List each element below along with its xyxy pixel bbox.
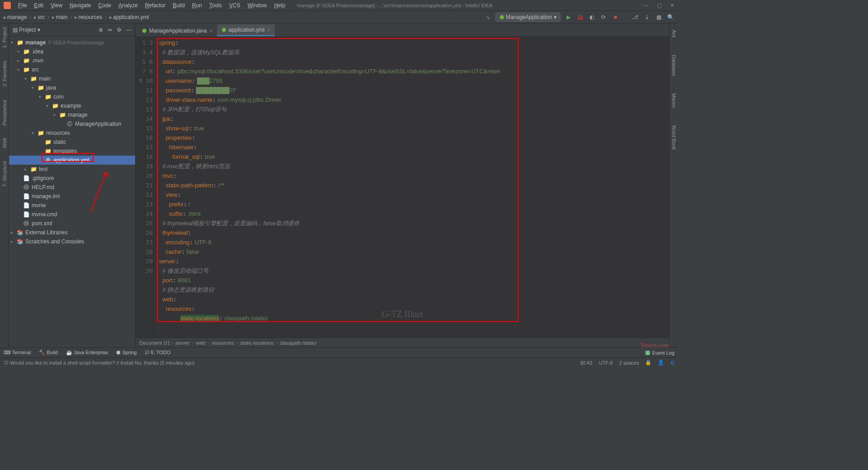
breadcrumb-item[interactable]: ▸src [34,14,45,20]
close-icon[interactable]: × [209,28,212,33]
tree-item-helpmd[interactable]: ⓂHELP.md [9,183,135,192]
git-icon[interactable]: ⎇ [631,13,639,21]
tree-item-test[interactable]: ▸📁test [9,165,135,174]
bottom-tool-build[interactable]: 🔨 Build [39,350,58,356]
tree-item-mvnw[interactable]: 📄mvnw [9,201,135,210]
tool-web[interactable]: Web [2,136,7,150]
notification-icon[interactable]: 🗨 [4,360,9,366]
tree-item-example[interactable]: ▾📁example [9,101,135,110]
tree-scratches[interactable]: ▸📚Scratches and Consoles [9,237,135,246]
tree-item-resources[interactable]: ▾📁resources [9,128,135,138]
tab-applicationyml[interactable]: ⬢application.yml × [217,24,275,36]
hide-icon[interactable]: — [126,27,132,33]
tree-root[interactable]: ▾📁manageF:\IDEA Projects\manage [9,38,135,47]
project-tree[interactable]: ▾📁manageF:\IDEA Projects\manage▾📁.idea▸📁… [9,36,135,347]
tree-item-java[interactable]: ▾📁java [9,83,135,92]
maximize-icon[interactable]: ▢ [657,2,662,9]
search-icon[interactable]: 🔍 [666,13,675,21]
profile-icon[interactable]: ⟳ [599,13,608,21]
tree-item-manage[interactable]: ▾📁manage [9,110,135,119]
right-tool-stripe[interactable]: AntDatabaseMavenWord Book [669,24,678,347]
close-icon[interactable]: × [267,27,270,33]
settings-icon[interactable]: ▦ [655,13,663,21]
tool-maven[interactable]: Maven [671,91,677,110]
tree-item-templates[interactable]: 📁templates [9,147,135,156]
stop-icon[interactable]: ■ [611,13,619,21]
bottom-tool-javaenterprise[interactable]: ☕ Java Enterprise [66,350,108,356]
tree-extLib[interactable]: ▸📚External Libraries [9,228,135,237]
menu-code[interactable]: Code [95,1,114,9]
minimize-icon[interactable]: — [643,2,649,9]
bottom-toolbar[interactable]: ⌨ Terminal🔨 Build☕ Java Enterprise⬢ Spri… [0,347,678,357]
window-controls[interactable]: — ▢ ✕ [643,2,675,9]
tree-item-mvnwcmd[interactable]: 📄mvnw.cmd [9,210,135,219]
tree-item-gitignore[interactable]: 📄.gitignore [9,174,135,183]
tree-item-pomxml[interactable]: Ⓜpom.xml [9,219,135,228]
tree-item-src[interactable]: ▾📁src [9,65,135,74]
tool-database[interactable]: Database [671,53,677,78]
tool-persistence[interactable]: Persistence [2,98,7,127]
menu-vcs[interactable]: VCS [226,1,243,9]
breadcrumb-item[interactable]: ▸resources [75,14,102,20]
inspect-icon[interactable]: 👤 [658,360,664,366]
tree-item-static[interactable]: 📁static [9,138,135,147]
editor-tabs[interactable]: ⬢ManageApplication.java ×⬢application.ym… [136,24,669,36]
update-icon[interactable]: ⤓ [643,13,651,21]
menu-run[interactable]: Run [189,1,205,9]
coverage-icon[interactable]: ◐ [588,13,596,21]
menu-analyze[interactable]: Analyze [116,1,141,9]
run-icon[interactable]: ▶ [564,13,572,21]
menu-help[interactable]: Help [271,1,288,9]
tree-item-idea[interactable]: ▾📁.idea [9,47,135,56]
crumb-item[interactable]: Document 1/1 [139,340,170,346]
collapse-icon[interactable]: ⇔ [108,27,112,33]
tool-ant[interactable]: Ant [671,28,677,39]
menu-file[interactable]: File [15,1,29,9]
indent[interactable]: 2 spaces [619,360,639,366]
tree-item-mvn[interactable]: ▸📁.mvn [9,56,135,65]
crumb-item[interactable]: static-locations: [240,340,274,346]
menubar[interactable]: FileEditViewNavigateCodeAnalyzeRefactorB… [15,1,288,9]
code-breadcrumb[interactable]: Document 1/1 › server: › web: › resource… [136,337,669,347]
code-content[interactable]: spring: # 数据源，连接MySQL数据库 datasource: url… [156,36,669,337]
code-editor[interactable]: 1 2 3 4 5 6 7 8 9 10 11 12 13 14 15 16 1… [136,36,669,337]
tool-wordbook[interactable]: Word Book [671,123,677,152]
project-panel-header[interactable]: ▤ Project ▾ ⊕ ⇔ ⚙ — [9,24,135,36]
tool-project[interactable]: 1: Project [2,25,7,50]
lock-icon[interactable]: 🔒 [645,360,651,366]
close-icon[interactable]: ✕ [670,2,675,9]
menu-window[interactable]: Window [245,1,269,9]
encoding[interactable]: UTF-8 [599,360,613,366]
tree-item-manageiml[interactable]: 📄manage.iml [9,192,135,201]
left-tool-stripe[interactable]: 1: Project2: FavoritesPersistenceWeb7: S… [0,24,9,347]
locate-icon[interactable]: ⊕ [99,27,103,33]
crumb-item[interactable]: classpath:/static/ [280,340,316,346]
breadcrumb-item[interactable]: ▸main [52,14,67,20]
menu-navigate[interactable]: Navigate [67,1,94,9]
gear-icon[interactable]: ⚙ [117,27,122,33]
tree-item-com[interactable]: ▾📁com [9,92,135,101]
breadcrumb[interactable]: ▸manage›▸src›▸main›▸resources›▸applicati… [4,14,149,20]
breadcrumb-item[interactable]: ▸application.yml [109,14,149,20]
menu-edit[interactable]: Edit [31,1,46,9]
menu-tools[interactable]: Tools [207,1,225,9]
crumb-item[interactable]: server: [175,340,191,346]
menu-view[interactable]: View [48,1,65,9]
tool-structure[interactable]: 7: Structure [2,159,7,189]
menu-refactor[interactable]: Refactor [142,1,168,9]
event-log[interactable]: 1Event Log [645,350,675,356]
google-icon[interactable]: G [670,360,675,366]
bottom-tool-todo[interactable]: ☑ 6: TODO [145,350,170,356]
tool-favorites[interactable]: 2: Favorites [2,59,7,88]
breadcrumb-item[interactable]: ▸manage [4,14,27,20]
tree-item-manageapplication[interactable]: ⒸManageApplication [9,119,135,128]
bottom-tool-terminal[interactable]: ⌨ Terminal [4,350,31,356]
tab-manageapplicationjava[interactable]: ⬢ManageApplication.java × [137,25,217,36]
build-icon[interactable]: ↘ [484,13,492,21]
tree-item-main[interactable]: ▾📁main [9,74,135,83]
menu-build[interactable]: Build [170,1,188,9]
run-config-selector[interactable]: ⬢ ManageApplication ▾ [495,13,561,22]
debug-icon[interactable]: 🐞 [576,13,584,21]
crumb-item[interactable]: web: [196,340,206,346]
bottom-tool-spring[interactable]: ⬢ Spring [116,350,137,356]
